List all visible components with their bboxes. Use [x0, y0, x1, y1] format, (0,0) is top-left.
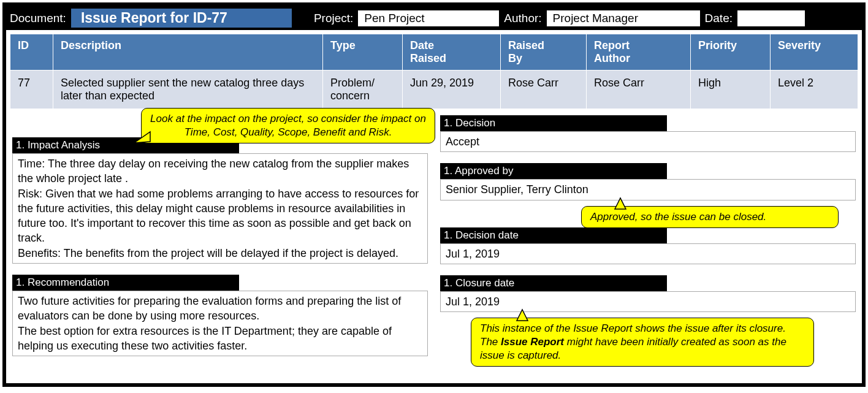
callout-tail-icon	[514, 308, 530, 322]
project-label: Project:	[314, 12, 353, 25]
decision-date-heading: 1. Decision date	[440, 227, 667, 243]
col-severity: Severity	[771, 34, 858, 71]
impact-callout-text: Look at the impact on the project, so co…	[150, 113, 426, 138]
approved-callout-text: Approved, so the issue can be closed.	[590, 211, 766, 223]
recommendation-heading: 1. Recommendation	[12, 275, 239, 291]
approved-body: Senior Supplier, Terry Clinton	[440, 179, 856, 200]
date-label: Date:	[705, 12, 733, 25]
approved-heading: 1. Approved by	[440, 163, 667, 179]
closure-body: Jul 1, 2019	[440, 291, 856, 312]
callout-tail-icon	[133, 131, 151, 144]
decision-date-body: Jul 1, 2019	[440, 243, 856, 264]
callout-tail-icon	[612, 197, 628, 210]
col-type: Type	[323, 34, 403, 71]
col-priority: Priority	[691, 34, 771, 71]
cell-priority: High	[691, 71, 771, 109]
cell-id: 77	[10, 71, 53, 109]
table-header-row: ID Description Type Date Raised Raised B…	[10, 34, 858, 71]
right-column: 1. Decision Accept 1. Approved by Senior…	[440, 115, 856, 371]
svg-marker-2	[517, 310, 528, 321]
closure-callout-bold: Issue Report	[501, 336, 564, 348]
header-bar: Document: Issue Report for ID-77 Project…	[6, 6, 862, 30]
recommendation-body: Two future activities for preparing the …	[12, 291, 428, 356]
cell-description: Selected supplier sent the new catalog t…	[53, 71, 323, 109]
decision-heading: 1. Decision	[440, 115, 667, 131]
document-label: Document:	[10, 12, 66, 25]
issue-table: ID Description Type Date Raised Raised B…	[10, 34, 858, 109]
cell-severity: Level 2	[771, 71, 858, 109]
author-value: Project Manager	[547, 10, 700, 26]
col-report-author: Report Author	[587, 34, 691, 71]
col-date-raised: Date Raised	[403, 34, 501, 71]
svg-marker-1	[615, 198, 626, 209]
cell-type: Problem/ concern	[323, 71, 403, 109]
left-column: Look at the impact on the project, so co…	[12, 115, 428, 371]
cell-raised-by: Rose Carr	[501, 71, 587, 109]
cell-report-author: Rose Carr	[587, 71, 691, 109]
cell-date-raised: Jun 29, 2019	[403, 71, 501, 109]
closure-callout: This instance of the Issue Report shows …	[471, 318, 814, 367]
date-value	[737, 10, 805, 26]
table-row: 77 Selected supplier sent the new catalo…	[10, 71, 858, 109]
decision-body: Accept	[440, 131, 856, 152]
approved-callout: Approved, so the issue can be closed.	[581, 206, 839, 228]
closure-heading: 1. Closure date	[440, 275, 667, 291]
project-value: Pen Project	[358, 10, 499, 26]
impact-body: Time: The three day delay on receiving t…	[12, 153, 428, 264]
document-frame: Document: Issue Report for ID-77 Project…	[2, 2, 866, 387]
svg-marker-0	[134, 132, 150, 143]
impact-callout: Look at the impact on the project, so co…	[141, 108, 435, 143]
author-label: Author:	[504, 12, 541, 25]
col-id: ID	[10, 34, 53, 71]
col-description: Description	[53, 34, 323, 71]
document-title: Issue Report for ID-77	[71, 9, 292, 28]
body-area: Look at the impact on the project, so co…	[6, 113, 862, 383]
col-raised-by: Raised By	[501, 34, 587, 71]
